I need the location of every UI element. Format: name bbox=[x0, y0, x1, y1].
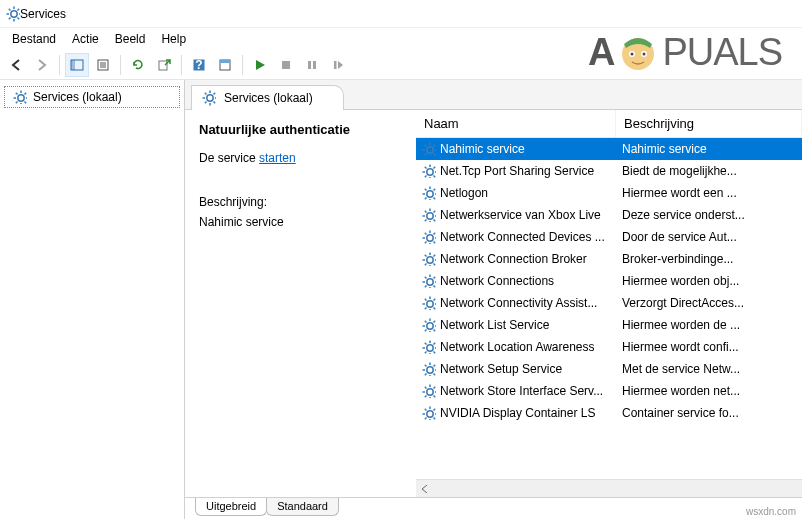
help-button[interactable]: ? bbox=[187, 53, 211, 77]
tree-root-item[interactable]: Services (lokaal) bbox=[4, 86, 180, 108]
service-name: Network Connections bbox=[440, 274, 554, 288]
properties-icon bbox=[218, 58, 232, 72]
panel-icon bbox=[70, 58, 84, 72]
service-row[interactable]: Network List ServiceHiermee worden de ..… bbox=[416, 314, 802, 336]
gear-icon bbox=[422, 230, 436, 244]
pane-heading: Services (lokaal) bbox=[224, 91, 313, 105]
cell-name: Net.Tcp Port Sharing Service bbox=[416, 164, 616, 178]
service-row[interactable]: NetlogonHiermee wordt een ... bbox=[416, 182, 802, 204]
service-row[interactable]: Network Connectivity Assist...Verzorgt D… bbox=[416, 292, 802, 314]
scroll-left-button[interactable] bbox=[416, 480, 434, 497]
desc-text: Nahimic service bbox=[199, 215, 401, 229]
cell-name: Netwerkservice van Xbox Live bbox=[416, 208, 616, 222]
service-name: Network Store Interface Serv... bbox=[440, 384, 603, 398]
main-pane: Services (lokaal) Natuurlijke authentica… bbox=[185, 80, 802, 519]
toolbar-separator bbox=[181, 55, 182, 75]
tab-extended[interactable]: Uitgebreid bbox=[195, 498, 267, 516]
cut-button[interactable] bbox=[91, 53, 115, 77]
service-name: Network Connection Broker bbox=[440, 252, 587, 266]
svg-rect-21 bbox=[308, 61, 311, 69]
cell-name: Network Location Awareness bbox=[416, 340, 616, 354]
service-row[interactable]: NVIDIA Display Container LSContainer ser… bbox=[416, 402, 802, 424]
cell-desc: Container service fo... bbox=[616, 406, 802, 420]
column-desc[interactable]: Beschrijving bbox=[616, 110, 802, 137]
pause-service-button[interactable] bbox=[300, 53, 324, 77]
chevron-left-icon bbox=[421, 485, 429, 493]
arrow-left-icon bbox=[9, 58, 23, 72]
gear-icon bbox=[422, 340, 436, 354]
svg-rect-20 bbox=[282, 61, 290, 69]
start-service-button[interactable] bbox=[248, 53, 272, 77]
start-line: De service starten bbox=[199, 151, 401, 165]
stop-icon bbox=[280, 59, 292, 71]
menu-file[interactable]: Bestand bbox=[4, 30, 64, 48]
tree-pane: Services (lokaal) bbox=[0, 80, 185, 519]
gear-icon bbox=[422, 186, 436, 200]
service-name: Network Connected Devices ... bbox=[440, 230, 605, 244]
footer-site: wsxdn.com bbox=[746, 506, 796, 517]
cell-desc: Broker-verbindinge... bbox=[616, 252, 802, 266]
bottom-tabs: Uitgebreid Standaard bbox=[185, 497, 802, 519]
title-bar: Services bbox=[0, 0, 802, 28]
svg-text:?: ? bbox=[195, 58, 202, 72]
service-name: NVIDIA Display Container LS bbox=[440, 406, 595, 420]
forward-button[interactable] bbox=[30, 53, 54, 77]
service-row[interactable]: Network Store Interface Serv...Hiermee w… bbox=[416, 380, 802, 402]
service-row[interactable]: Network Connected Devices ...Door de ser… bbox=[416, 226, 802, 248]
service-row[interactable]: Netwerkservice van Xbox LiveDeze service… bbox=[416, 204, 802, 226]
service-detail: Natuurlijke authenticatie De service sta… bbox=[185, 110, 415, 497]
start-link[interactable]: starten bbox=[259, 151, 296, 165]
stop-service-button[interactable] bbox=[274, 53, 298, 77]
gear-icon bbox=[422, 318, 436, 332]
tree-root-label: Services (lokaal) bbox=[33, 90, 122, 104]
refresh-button[interactable] bbox=[126, 53, 150, 77]
service-name: Network List Service bbox=[440, 318, 549, 332]
cell-desc: Biedt de mogelijkhe... bbox=[616, 164, 802, 178]
gear-icon bbox=[13, 90, 27, 104]
gear-icon bbox=[422, 274, 436, 288]
service-row[interactable]: Network ConnectionsHiermee worden obj... bbox=[416, 270, 802, 292]
detail-title: Natuurlijke authenticatie bbox=[199, 122, 401, 137]
service-row[interactable]: Network Connection BrokerBroker-verbindi… bbox=[416, 248, 802, 270]
column-name[interactable]: Naam bbox=[416, 110, 616, 137]
menu-action[interactable]: Actie bbox=[64, 30, 107, 48]
service-row[interactable]: Network Location AwarenessHiermee wordt … bbox=[416, 336, 802, 358]
list-header: Naam Beschrijving bbox=[416, 110, 802, 138]
menu-help[interactable]: Help bbox=[153, 30, 194, 48]
service-row[interactable]: Net.Tcp Port Sharing ServiceBiedt de mog… bbox=[416, 160, 802, 182]
cell-name: NVIDIA Display Container LS bbox=[416, 406, 616, 420]
cell-desc: Nahimic service bbox=[616, 142, 802, 156]
back-button[interactable] bbox=[4, 53, 28, 77]
svg-rect-22 bbox=[313, 61, 316, 69]
service-row[interactable]: Network Setup ServiceMet de service Netw… bbox=[416, 358, 802, 380]
restart-icon bbox=[332, 59, 344, 71]
gear-icon bbox=[422, 362, 436, 376]
play-icon bbox=[254, 59, 266, 71]
pause-icon bbox=[306, 59, 318, 71]
export-button[interactable] bbox=[152, 53, 176, 77]
service-row[interactable]: Nahimic serviceNahimic service bbox=[416, 138, 802, 160]
toolbar-separator bbox=[120, 55, 121, 75]
restart-service-button[interactable] bbox=[326, 53, 350, 77]
toolbar: ? bbox=[0, 50, 802, 80]
cell-desc: Met de service Netw... bbox=[616, 362, 802, 376]
service-name: Network Location Awareness bbox=[440, 340, 595, 354]
gear-icon bbox=[422, 252, 436, 266]
tab-standard[interactable]: Standaard bbox=[266, 498, 339, 516]
cell-desc: Hiermee worden net... bbox=[616, 384, 802, 398]
cell-name: Network Connection Broker bbox=[416, 252, 616, 266]
list-icon bbox=[96, 58, 110, 72]
svg-rect-15 bbox=[159, 61, 167, 70]
detail-split: Natuurlijke authenticatie De service sta… bbox=[185, 110, 802, 497]
show-hide-tree-button[interactable] bbox=[65, 53, 89, 77]
cell-name: Network List Service bbox=[416, 318, 616, 332]
menu-view[interactable]: Beeld bbox=[107, 30, 154, 48]
gear-icon bbox=[422, 164, 436, 178]
service-name: Nahimic service bbox=[440, 142, 525, 156]
properties-button[interactable] bbox=[213, 53, 237, 77]
cell-desc: Hiermee wordt een ... bbox=[616, 186, 802, 200]
horizontal-scrollbar[interactable] bbox=[416, 479, 802, 497]
cell-name: Network Store Interface Serv... bbox=[416, 384, 616, 398]
window-title: Services bbox=[20, 7, 66, 21]
cell-name: Netlogon bbox=[416, 186, 616, 200]
